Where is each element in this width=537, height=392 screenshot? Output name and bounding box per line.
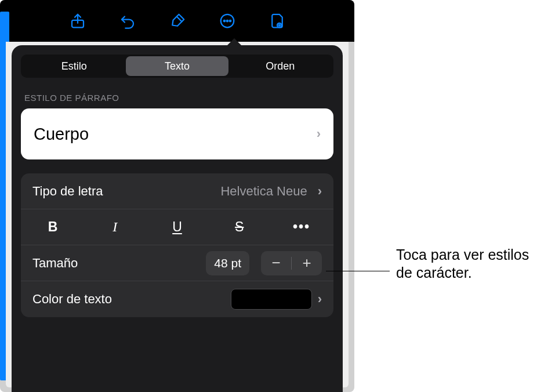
chevron-right-icon: ›	[317, 126, 321, 141]
font-value: Helvetica Neue	[220, 184, 307, 199]
size-stepper: − +	[261, 251, 322, 275]
size-decrease-button[interactable]: −	[261, 251, 291, 275]
app-window: Estilo Texto Orden Estilo de párrafo Cue…	[0, 0, 354, 392]
format-icon[interactable]	[168, 11, 187, 31]
bold-button[interactable]: B	[30, 215, 75, 240]
tab-style[interactable]: Estilo	[23, 56, 126, 76]
svg-point-3	[226, 20, 228, 22]
size-label: Tamaño	[32, 256, 78, 271]
strikethrough-button[interactable]: S	[217, 215, 262, 240]
format-popover: Estilo Texto Orden Estilo de párrafo Cue…	[12, 45, 343, 392]
chevron-right-icon: ›	[318, 184, 322, 199]
more-icon[interactable]	[217, 11, 237, 31]
size-increase-button[interactable]: +	[292, 251, 322, 275]
text-format-row: B I U S •••	[21, 209, 333, 245]
text-color-row[interactable]: Color de texto ›	[21, 281, 333, 317]
font-value-group: Helvetica Neue ›	[220, 184, 322, 199]
chevron-right-icon: ›	[318, 292, 322, 307]
italic-button[interactable]: I	[92, 215, 137, 240]
tab-selector: Estilo Texto Orden	[21, 55, 333, 78]
paragraph-style-row[interactable]: Cuerpo ›	[21, 108, 333, 159]
size-row: Tamaño 48 pt − +	[21, 245, 333, 281]
paragraph-style-value: Cuerpo	[34, 125, 89, 144]
svg-point-6	[278, 24, 280, 26]
text-color-group: ›	[231, 289, 322, 310]
tab-text[interactable]: Texto	[126, 56, 229, 76]
font-label: Tipo de letra	[32, 184, 103, 199]
paragraph-style-header: Estilo de párrafo	[24, 93, 330, 103]
svg-point-4	[229, 20, 231, 22]
size-controls: 48 pt − +	[206, 251, 322, 275]
text-color-swatch[interactable]	[231, 289, 312, 310]
more-styles-button[interactable]: •••	[279, 215, 324, 240]
share-icon[interactable]	[68, 11, 88, 31]
top-toolbar	[0, 0, 354, 42]
undo-icon[interactable]	[118, 11, 137, 31]
callout-leader-line	[326, 271, 390, 271]
size-value[interactable]: 48 pt	[206, 251, 249, 275]
callout-text: Toca para ver estilos de carácter.	[396, 246, 537, 282]
font-row[interactable]: Tipo de letra Helvetica Neue ›	[21, 173, 333, 209]
text-color-label: Color de texto	[32, 292, 112, 307]
underline-button[interactable]: U	[155, 215, 200, 240]
svg-point-2	[223, 20, 225, 22]
document-view-icon[interactable]	[267, 11, 287, 31]
text-properties-panel: Tipo de letra Helvetica Neue › B I U S •…	[21, 173, 333, 317]
tab-order[interactable]: Orden	[228, 56, 332, 76]
